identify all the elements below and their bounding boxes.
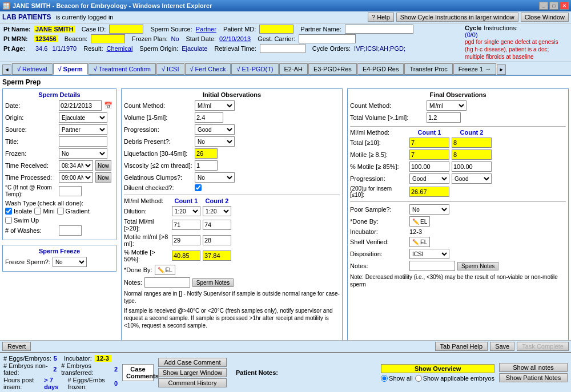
volume-input[interactable] bbox=[195, 112, 223, 123]
swim-up-checkbox[interactable] bbox=[5, 217, 12, 224]
sperm-prep-title: Sperm Prep bbox=[2, 78, 569, 86]
notes-input-init[interactable] bbox=[144, 277, 190, 288]
total-fin-c1[interactable] bbox=[409, 138, 449, 148]
total2-input[interactable] bbox=[203, 220, 231, 230]
diluent-checkbox[interactable] bbox=[195, 184, 202, 191]
motile1-input[interactable] bbox=[172, 235, 200, 245]
show-overview-button[interactable]: Show Overview bbox=[381, 364, 494, 373]
disposition-select[interactable]: ICSI bbox=[409, 249, 449, 259]
pct-motile1-input[interactable] bbox=[172, 250, 200, 261]
tab-fert-check[interactable]: √ Fert Check bbox=[185, 63, 231, 75]
sperm-notes-btn-init[interactable]: Sperm Notes bbox=[192, 278, 234, 287]
tab-e4-pgd-res[interactable]: E4-PGD Res bbox=[357, 63, 404, 75]
result-value[interactable]: Chemical bbox=[107, 45, 133, 52]
sperm-notes-btn-fin[interactable]: Sperm Notes bbox=[457, 262, 498, 270]
motile-fin-c2[interactable] bbox=[452, 149, 492, 160]
tab-e1-pgd[interactable]: √ E1-PGD(T) bbox=[231, 63, 278, 75]
washes-input[interactable] bbox=[59, 225, 82, 236]
motile-fin-c1[interactable] bbox=[409, 149, 449, 160]
show-all-radio[interactable] bbox=[381, 375, 388, 382]
time-processed-label: Time Processed: bbox=[5, 174, 57, 181]
close-window-button[interactable]: Close Window bbox=[521, 13, 569, 22]
now1-button[interactable]: Now bbox=[95, 160, 111, 171]
viscosity-input[interactable] bbox=[195, 160, 218, 171]
freeze-select[interactable]: No bbox=[53, 257, 87, 267]
dilution2-select[interactable]: 1:20 bbox=[203, 206, 231, 216]
tab-left-arrow[interactable]: ◄ bbox=[2, 64, 11, 75]
mini-checkbox-row[interactable]: Mini bbox=[34, 208, 54, 215]
tab-freeze1[interactable]: Freeze 1 → bbox=[453, 63, 496, 75]
show-applicable-radio[interactable] bbox=[415, 375, 422, 382]
gest-carrier-label: Gest. Carrier: bbox=[258, 35, 295, 42]
swim-up-checkbox-row[interactable]: Swim Up bbox=[5, 217, 39, 224]
help-button[interactable]: ? Help bbox=[368, 13, 394, 22]
gradient-checkbox-row[interactable]: Gradient bbox=[57, 208, 90, 215]
isolate-checkbox[interactable] bbox=[5, 208, 12, 215]
case-id-field[interactable] bbox=[109, 25, 143, 34]
time-received-select[interactable]: 08:34 AM bbox=[59, 160, 93, 171]
show-all-notes-button[interactable]: Show all notes bbox=[499, 363, 568, 372]
total1-input[interactable] bbox=[172, 220, 200, 230]
show-patient-notes-button[interactable]: Show Patient Notes bbox=[499, 373, 568, 382]
add-case-comment-button[interactable]: Add Case Comment bbox=[158, 358, 227, 367]
liquefaction-input[interactable] bbox=[195, 148, 218, 159]
total-fin-c2[interactable] bbox=[452, 138, 492, 148]
motile2-input[interactable] bbox=[203, 235, 231, 245]
tab-icsi[interactable]: √ ICSI bbox=[156, 63, 184, 75]
show-all-label-row[interactable]: Show all bbox=[381, 375, 413, 382]
shelf-sign[interactable]: ✏️ EL bbox=[409, 237, 430, 247]
debris-select[interactable]: No bbox=[195, 136, 235, 147]
date-input[interactable] bbox=[59, 100, 102, 111]
close-button[interactable]: ✕ bbox=[560, 2, 569, 10]
start-date-value[interactable]: 02/10/2013 bbox=[219, 35, 251, 42]
task-complete-button[interactable]: Task Complete bbox=[517, 342, 569, 351]
pct-motile-fin-c2[interactable] bbox=[452, 161, 492, 172]
progression-select-init[interactable]: Good bbox=[195, 124, 235, 135]
dilution1-select[interactable]: 1:20 bbox=[172, 206, 200, 216]
tab-treatment-confirm[interactable]: √ Treatment Confirm bbox=[89, 63, 156, 75]
isolate-checkbox-row[interactable]: Isolate bbox=[5, 208, 32, 215]
tab-retrieval[interactable]: √ Retrieval bbox=[12, 63, 53, 75]
source-select[interactable]: Partner bbox=[59, 124, 107, 135]
time-processed-select[interactable]: 09:00 AM bbox=[59, 172, 93, 183]
show-applicable-label-row[interactable]: Show applicable embryos bbox=[415, 375, 494, 382]
minimize-button[interactable]: _ bbox=[539, 2, 548, 10]
tab-sperm[interactable]: √ Sperm bbox=[53, 63, 88, 75]
pct-motile2-input[interactable] bbox=[203, 250, 231, 261]
origin-select[interactable]: Ejaculate bbox=[59, 112, 107, 123]
tab-help-button[interactable]: Tab Panel Help bbox=[435, 342, 488, 351]
tab-e3-pgd[interactable]: E3-PGD+Res bbox=[308, 63, 357, 75]
total-volume-input[interactable] bbox=[427, 112, 461, 123]
gelatinous-select[interactable]: No bbox=[195, 172, 235, 183]
progression-fin-c1[interactable]: Good bbox=[409, 173, 449, 184]
insem-input[interactable] bbox=[409, 187, 449, 197]
gelatinous-label: Gelatinous Clumps?: bbox=[124, 174, 192, 181]
count-method-select-fin[interactable]: Ml/ml bbox=[427, 100, 467, 111]
show-cycle-button[interactable]: Show Cycle Instructions in larger window bbox=[396, 13, 518, 22]
calendar-icon[interactable]: 📅 bbox=[104, 102, 112, 110]
mini-checkbox[interactable] bbox=[34, 208, 41, 215]
restore-button[interactable]: □ bbox=[549, 2, 558, 10]
temp-input[interactable] bbox=[59, 186, 82, 196]
show-larger-button[interactable]: Show Larger Window bbox=[158, 368, 227, 377]
done-by-sign-init[interactable]: ✏️ EL bbox=[155, 265, 175, 275]
now2-button[interactable]: Now bbox=[95, 172, 111, 183]
pct-motile-fin-c1[interactable] bbox=[409, 161, 449, 172]
tab-transfer-proc[interactable]: Transfer Proc bbox=[404, 63, 452, 75]
count-method-select-init[interactable]: Ml/ml bbox=[195, 100, 235, 111]
done-by-sign-fin[interactable]: ✏️ EL bbox=[409, 216, 430, 227]
poor-sample-select[interactable]: No bbox=[409, 204, 449, 215]
title-input[interactable] bbox=[59, 136, 107, 147]
comment-history-button[interactable]: Comment History bbox=[158, 378, 227, 387]
save-button[interactable]: Save bbox=[490, 342, 514, 351]
notes-input-fin[interactable] bbox=[409, 261, 455, 271]
count-method-label-fin: Count Method: bbox=[350, 102, 424, 109]
tab-e2-ah[interactable]: E2-AH bbox=[279, 63, 308, 75]
pt-name-label: Pt Name: bbox=[3, 26, 32, 33]
frozen-select[interactable]: No bbox=[59, 148, 107, 159]
sperm-source-value[interactable]: Partner bbox=[196, 26, 216, 33]
gradient-checkbox[interactable] bbox=[57, 208, 64, 215]
progression-fin-c2[interactable]: Good bbox=[452, 173, 492, 184]
tab-right-arrow[interactable]: ► bbox=[497, 64, 506, 75]
revert-button[interactable]: Revert bbox=[2, 342, 31, 351]
